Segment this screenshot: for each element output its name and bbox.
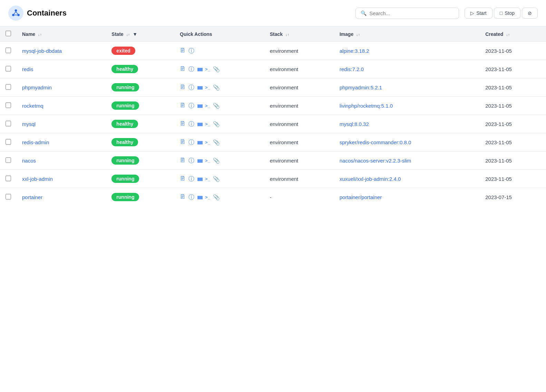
created-sort-icon[interactable]: ↓↑	[506, 32, 510, 37]
info-icon[interactable]: ⓘ	[188, 120, 194, 128]
attach-icon[interactable]: 📎	[213, 139, 220, 146]
col-name: Name ↓↑	[17, 27, 106, 42]
stop-button[interactable]: □ Stop	[494, 8, 520, 19]
container-name-link[interactable]: mysql-job-dbdata	[22, 48, 62, 54]
search-bar[interactable]: 🔍	[355, 8, 459, 19]
terminal-icon[interactable]: >_	[205, 176, 210, 182]
logs-icon[interactable]: 🖹	[180, 66, 186, 72]
row-checkbox-3[interactable]	[6, 102, 11, 108]
container-name-link[interactable]: mysql	[22, 121, 36, 127]
info-icon[interactable]: ⓘ	[188, 193, 194, 201]
created-value: 2023-11-05	[485, 176, 512, 182]
attach-icon[interactable]: 📎	[213, 194, 220, 200]
info-icon[interactable]: ⓘ	[188, 102, 194, 110]
stats-icon[interactable]: ▮▮▮	[197, 195, 202, 200]
logs-icon[interactable]: 🖹	[180, 139, 186, 146]
stack-cell: environment	[264, 115, 334, 133]
image-link[interactable]: alpine:3.18.2	[340, 48, 369, 54]
created-cell: 2023-11-05	[480, 97, 546, 115]
image-link[interactable]: portainer/portainer	[340, 194, 382, 200]
image-link[interactable]: spryker/redis-commander:0.8.0	[340, 139, 411, 145]
attach-icon[interactable]: 📎	[213, 66, 220, 72]
logs-icon[interactable]: 🖹	[180, 120, 186, 127]
stats-icon[interactable]: ▮▮▮	[197, 121, 202, 127]
table-row: nacosrunning🖹ⓘ▮▮▮>_📎environmentnacos/nac…	[0, 151, 546, 170]
container-name-cell: rocketmq	[17, 97, 106, 115]
info-icon[interactable]: ⓘ	[188, 157, 194, 165]
info-icon[interactable]: ⓘ	[188, 84, 194, 91]
start-button[interactable]: ▷ Start	[465, 8, 493, 19]
stats-icon[interactable]: ▮▮▮	[197, 67, 202, 72]
attach-icon[interactable]: 📎	[213, 157, 220, 164]
state-filter-icon[interactable]: ▼	[133, 31, 137, 37]
container-name-link[interactable]: xxl-job-admin	[22, 176, 53, 182]
logs-icon[interactable]: 🖹	[180, 47, 186, 54]
logs-icon[interactable]: 🖹	[180, 194, 186, 200]
container-name-link[interactable]: rocketmq	[22, 103, 43, 109]
attach-icon[interactable]: 📎	[213, 102, 220, 109]
stats-icon[interactable]: ▮▮▮	[197, 158, 202, 163]
image-sort-icon[interactable]: ↓↑	[356, 32, 360, 37]
logs-icon[interactable]: 🖹	[180, 175, 186, 182]
name-sort-icon[interactable]: ↓↑	[38, 32, 42, 37]
stack-cell: environment	[264, 133, 334, 151]
row-checkbox-cell	[0, 188, 17, 206]
select-all-checkbox[interactable]	[6, 31, 11, 36]
row-checkbox-2[interactable]	[6, 84, 11, 90]
stack-cell: environment	[264, 78, 334, 97]
container-name-link[interactable]: redis	[22, 66, 33, 72]
select-all-header	[0, 27, 17, 42]
row-checkbox-0[interactable]	[6, 48, 11, 53]
logs-icon[interactable]: 🖹	[180, 157, 186, 164]
stack-sort-icon[interactable]: ↓↑	[285, 32, 289, 37]
stats-icon[interactable]: ▮▮▮	[197, 140, 202, 145]
created-value: 2023-11-05	[485, 121, 512, 127]
row-checkbox-4[interactable]	[6, 121, 11, 126]
app-logo-icon	[8, 6, 23, 21]
image-link[interactable]: xuxueli/xxl-job-admin:2.4.0	[340, 176, 401, 182]
row-checkbox-1[interactable]	[6, 66, 11, 71]
image-link[interactable]: redis:7.2.0	[340, 66, 364, 72]
terminal-icon[interactable]: >_	[205, 158, 210, 163]
logs-icon[interactable]: 🖹	[180, 84, 186, 91]
info-icon[interactable]: ⓘ	[188, 138, 194, 146]
terminal-icon[interactable]: >_	[205, 103, 210, 108]
stats-icon[interactable]: ▮▮▮	[197, 103, 202, 108]
info-icon[interactable]: ⓘ	[188, 47, 194, 55]
image-link[interactable]: phpmyadmin:5.2.1	[340, 85, 382, 90]
row-checkbox-6[interactable]	[6, 157, 11, 163]
stats-icon[interactable]: ▮▮▮	[197, 85, 202, 90]
attach-icon[interactable]: 📎	[213, 84, 220, 91]
logs-icon[interactable]: 🖹	[180, 102, 186, 109]
row-checkbox-8[interactable]	[6, 194, 11, 199]
terminal-icon[interactable]: >_	[205, 67, 210, 72]
container-name-link[interactable]: phpmyadmin	[22, 85, 52, 90]
table-row: xxl-job-adminrunning🖹ⓘ▮▮▮>_📎environmentx…	[0, 170, 546, 188]
svg-line-3	[14, 12, 16, 14]
container-name-link[interactable]: portainer	[22, 194, 42, 200]
containers-table: Name ↓↑ State ↓↑ ▼ Quick Actions Stack ↓…	[0, 27, 546, 206]
container-name-link[interactable]: nacos	[22, 158, 36, 164]
attach-icon[interactable]: 📎	[213, 121, 220, 127]
container-name-link[interactable]: redis-admin	[22, 139, 49, 145]
image-link[interactable]: mysql:8.0.32	[340, 121, 369, 127]
terminal-icon[interactable]: >_	[205, 85, 210, 90]
info-icon[interactable]: ⓘ	[188, 175, 194, 183]
image-link[interactable]: livinphp/rocketmq:5.1.0	[340, 103, 393, 109]
row-checkbox-7[interactable]	[6, 176, 11, 181]
terminal-icon[interactable]: >_	[205, 140, 210, 145]
row-checkbox-5[interactable]	[6, 139, 11, 145]
image-link[interactable]: nacos/nacos-server:v2.2.3-slim	[340, 158, 411, 164]
created-value: 2023-11-05	[485, 66, 512, 72]
container-state-cell: healthy	[106, 133, 174, 151]
created-value: 2023-11-05	[485, 48, 512, 54]
terminal-icon[interactable]: >_	[205, 195, 210, 200]
attach-icon[interactable]: 📎	[213, 176, 220, 182]
stats-icon[interactable]: ▮▮▮	[197, 176, 202, 182]
terminal-icon[interactable]: >_	[205, 121, 210, 127]
more-button[interactable]: ⊘	[522, 8, 538, 19]
state-sort-icon[interactable]: ↓↑	[126, 32, 130, 37]
page-title: Containers	[27, 9, 67, 18]
search-input[interactable]	[369, 10, 454, 16]
info-icon[interactable]: ⓘ	[188, 65, 194, 73]
